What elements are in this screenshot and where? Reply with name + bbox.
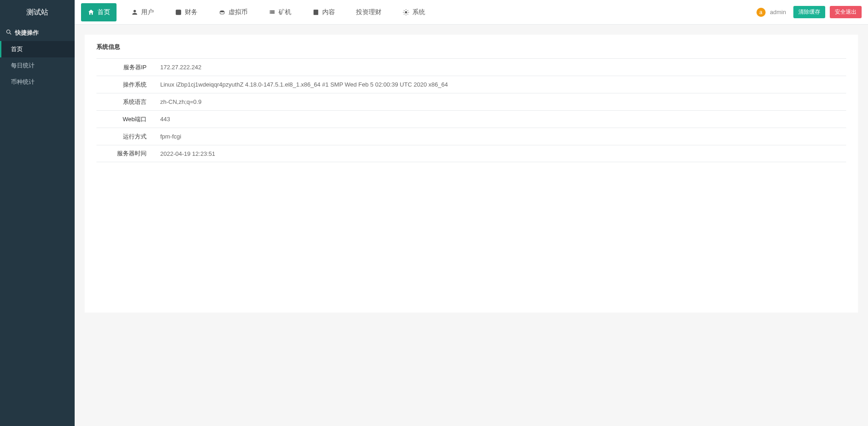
coin-icon (218, 9, 226, 16)
info-row: 操作系统Linux iZbp1cj1wdeiqqr4pzyuthZ 4.18.0… (96, 76, 846, 93)
info-value: 443 (156, 116, 170, 123)
nav-tab-5[interactable]: 内容 (306, 3, 341, 21)
info-value: fpm-fcgi (156, 133, 181, 140)
info-row: Web端口443 (96, 110, 846, 128)
info-value: 2022-04-19 12:23:51 (156, 150, 215, 157)
svg-point-9 (270, 12, 271, 13)
info-value: Linux iZbp1cj1wdeiqqr4pzyuthZ 4.18.0-147… (156, 81, 448, 88)
sidebar-section-header: 快捷操作 (0, 25, 75, 41)
info-label: Web端口 (96, 115, 156, 123)
sidebar-item-0[interactable]: 首页 (0, 41, 75, 57)
info-label: 系统语言 (96, 98, 156, 106)
nav-tab-7[interactable]: 系统 (396, 3, 431, 21)
info-label: 操作系统 (96, 81, 156, 89)
info-value: 172.27.222.242 (156, 64, 201, 71)
username-label: admin (770, 9, 786, 15)
clear-cache-button[interactable]: 清除缓存 (793, 6, 825, 18)
nav-tab-label: 财务 (185, 8, 198, 16)
finance-icon: ¥ (175, 9, 182, 16)
user-icon (131, 9, 138, 16)
svg-point-14 (405, 11, 407, 13)
brand-title: 测试站 (0, 0, 75, 25)
nav-tab-label: 矿机 (279, 8, 291, 16)
info-row: 运行方式fpm-fcgi (96, 128, 846, 145)
nav-tab-0[interactable]: 首页 (81, 3, 117, 21)
content-icon (312, 9, 320, 16)
nav-tab-label: 内容 (322, 8, 335, 16)
panel-title: 系统信息 (96, 43, 846, 51)
top-nav: 首页用户¥财务虚拟币矿机内容投资理财系统 a admin 清除缓存 安全退出 (75, 0, 868, 25)
sidebar: 测试站 快捷操作 首页每日统计币种统计 (0, 0, 75, 426)
info-value: zh-CN,zh;q=0.9 (156, 98, 202, 105)
svg-text:¥: ¥ (178, 10, 179, 14)
sidebar-item-1[interactable]: 每日统计 (0, 57, 75, 74)
gear-icon (402, 9, 410, 16)
miner-icon (269, 9, 276, 16)
nav-tab-label: 虚拟币 (228, 8, 248, 16)
info-row: 服务器IP172.27.222.242 (96, 58, 846, 76)
search-icon (5, 29, 15, 37)
nav-tab-label: 用户 (141, 8, 154, 16)
svg-point-0 (7, 30, 10, 34)
info-row: 服务器时间2022-04-19 12:23:51 (96, 145, 846, 162)
nav-tab-4[interactable]: 矿机 (262, 3, 298, 21)
info-row: 系统语言zh-CN,zh;q=0.9 (96, 93, 846, 110)
info-label: 服务器IP (96, 63, 156, 72)
svg-point-5 (220, 10, 224, 12)
sidebar-section-title: 快捷操作 (15, 29, 39, 37)
nav-tab-label: 首页 (97, 8, 110, 16)
nav-tab-1[interactable]: 用户 (125, 3, 160, 21)
nav-tab-label: 系统 (412, 8, 425, 16)
nav-tab-label: 投资理财 (356, 8, 381, 16)
info-label: 服务器时间 (96, 149, 156, 158)
logout-button[interactable]: 安全退出 (830, 6, 862, 18)
system-info-panel: 系统信息 服务器IP172.27.222.242操作系统Linux iZbp1c… (85, 35, 858, 313)
info-label: 运行方式 (96, 133, 156, 141)
svg-point-2 (133, 10, 136, 12)
avatar[interactable]: a (756, 8, 766, 17)
nav-tab-3[interactable]: 虚拟币 (212, 3, 254, 21)
svg-point-8 (270, 10, 271, 11)
svg-line-1 (10, 33, 11, 34)
nav-tab-6[interactable]: 投资理财 (350, 3, 388, 21)
home-icon (87, 9, 95, 16)
nav-tab-2[interactable]: ¥财务 (168, 3, 204, 21)
sidebar-item-2[interactable]: 币种统计 (0, 74, 75, 90)
